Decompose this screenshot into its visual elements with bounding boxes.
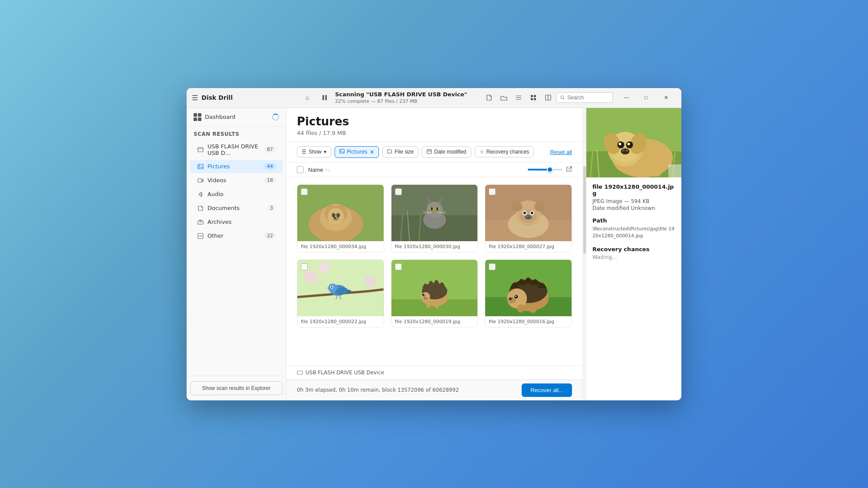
image-card-0[interactable]: file 1920x1280_000034.jpg bbox=[297, 184, 384, 252]
svg-point-23 bbox=[200, 236, 201, 236]
image-card-1[interactable]: file 1920x1280_000030.jpg bbox=[391, 184, 478, 252]
usb-label: USB FLASH DRIVE USB Device bbox=[286, 365, 582, 380]
svg-point-95 bbox=[434, 303, 439, 308]
sidebar-item-other-label: Other bbox=[207, 233, 261, 239]
card-checkbox-5[interactable] bbox=[489, 263, 496, 270]
list-view-button[interactable] bbox=[512, 91, 525, 104]
titlebar: ☰ Disk Drill ⌂ Scanning "USB FLASH DRIVE… bbox=[187, 88, 681, 108]
preview-path: \Reconstructed\Pictures\jpg\file 1920x12… bbox=[592, 226, 675, 240]
sidebar-item-documents[interactable]: Documents 3 bbox=[190, 202, 283, 215]
show-explorer-button[interactable]: Show scan results in Explorer bbox=[190, 381, 283, 395]
content-subtitle: 44 files / 17.9 MB bbox=[297, 130, 572, 136]
card-checkbox-3[interactable] bbox=[301, 263, 308, 270]
svg-rect-7 bbox=[531, 98, 533, 100]
scan-info: Scanning "USB FLASH DRIVE USB Device" 22… bbox=[335, 91, 467, 104]
svg-point-107 bbox=[529, 305, 537, 313]
svg-point-122 bbox=[628, 143, 630, 145]
svg-point-38 bbox=[332, 213, 335, 217]
sidebar-item-documents-label: Documents bbox=[207, 205, 264, 211]
sidebar-item-audio-label: Audio bbox=[207, 191, 276, 197]
sidebar-item-usb[interactable]: USB FLASH DRIVE USB D... 87 bbox=[190, 140, 283, 159]
home-button[interactable]: ⌂ bbox=[300, 91, 314, 105]
status-text: 0h 3m elapsed, 0h 10m remain, block 1357… bbox=[297, 387, 522, 393]
window-controls: — □ ✕ bbox=[616, 91, 676, 105]
sidebar-item-pictures[interactable]: Pictures 44 bbox=[190, 160, 283, 173]
sort-arrows-icon: ↑ ↓ bbox=[325, 167, 331, 172]
maximize-button[interactable]: □ bbox=[636, 91, 656, 105]
grid-view-button[interactable] bbox=[527, 91, 540, 104]
sidebar-item-other[interactable]: Other 22 bbox=[190, 229, 283, 242]
svg-point-77 bbox=[364, 275, 376, 287]
calendar-icon bbox=[427, 149, 432, 155]
card-checkbox-4[interactable] bbox=[395, 263, 402, 270]
sidebar-dashboard[interactable]: Dashboard bbox=[187, 108, 286, 127]
card-image-3 bbox=[297, 260, 384, 316]
card-checkbox-0[interactable] bbox=[301, 188, 308, 195]
close-button[interactable]: ✕ bbox=[656, 91, 676, 105]
preview-date-modified: Date modified Unknown bbox=[592, 205, 675, 211]
folder-view-button[interactable] bbox=[497, 91, 510, 104]
hamburger-icon[interactable]: ☰ bbox=[192, 94, 198, 102]
loading-spinner bbox=[272, 114, 279, 121]
star-icon: ☆ bbox=[480, 149, 484, 155]
card-label-3: file 1920x1280_000022.jpg bbox=[297, 316, 384, 327]
sidebar-item-videos[interactable]: Videos 18 bbox=[190, 174, 283, 187]
svg-rect-0 bbox=[322, 95, 324, 100]
reset-all-button[interactable]: Reset all bbox=[550, 149, 572, 155]
pictures-filter-tag[interactable]: Pictures ✕ bbox=[335, 146, 379, 158]
card-image-5 bbox=[485, 260, 572, 316]
select-all-checkbox[interactable] bbox=[297, 166, 304, 173]
image-card-5[interactable]: file 1920x1280_000016.jpg bbox=[485, 259, 572, 328]
dashboard-icon bbox=[194, 113, 201, 121]
show-button[interactable]: ☰ Show ▾ bbox=[297, 146, 331, 157]
image-card-4[interactable]: file 1920x1280_000019.jpg bbox=[391, 259, 478, 328]
recovery-chances-button[interactable]: ☆ Recovery chances bbox=[475, 146, 534, 157]
svg-point-125 bbox=[626, 149, 628, 152]
svg-point-73 bbox=[529, 215, 531, 217]
dashboard-label: Dashboard bbox=[205, 114, 236, 120]
archives-icon bbox=[197, 219, 204, 226]
pictures-tag-icon bbox=[339, 149, 345, 155]
pause-button[interactable] bbox=[318, 91, 332, 105]
titlebar-left: ☰ Disk Drill bbox=[192, 94, 296, 102]
search-input[interactable] bbox=[567, 95, 609, 101]
svg-point-105 bbox=[515, 295, 516, 297]
preview-size-slider[interactable] bbox=[528, 169, 562, 170]
split-view-button[interactable] bbox=[542, 91, 555, 104]
sidebar-item-audio[interactable]: Audio bbox=[190, 188, 283, 201]
sidebar-item-archives[interactable]: Archives bbox=[190, 216, 283, 229]
sidebar-item-videos-label: Videos bbox=[207, 177, 261, 183]
svg-rect-25 bbox=[340, 149, 344, 153]
svg-point-103 bbox=[510, 298, 511, 299]
image-card-3[interactable]: file 1920x1280_000022.jpg bbox=[297, 259, 384, 328]
main-content: Dashboard Scan results USB FLASH DRIVE U… bbox=[187, 108, 681, 400]
svg-point-75 bbox=[304, 270, 318, 283]
svg-rect-1 bbox=[326, 95, 327, 100]
recover-all-button[interactable]: Recover all... bbox=[522, 383, 572, 397]
slider-thumb[interactable] bbox=[547, 167, 553, 173]
svg-point-90 bbox=[421, 292, 430, 301]
svg-point-22 bbox=[199, 236, 200, 236]
doc-view-button[interactable] bbox=[483, 91, 496, 104]
sidebar-item-archives-label: Archives bbox=[207, 219, 276, 225]
preview-recovery-status: Waiting... bbox=[592, 254, 675, 260]
preview-path-title: Path bbox=[592, 217, 675, 224]
card-checkbox-2[interactable] bbox=[489, 188, 496, 195]
pictures-filter-close[interactable]: ✕ bbox=[370, 149, 375, 155]
search-box[interactable] bbox=[556, 92, 613, 103]
sidebar-documents-badge: 3 bbox=[267, 205, 276, 211]
preview-filename: file 1920x1280_000014.jpg bbox=[592, 183, 675, 197]
card-checkbox-1[interactable] bbox=[395, 188, 402, 195]
slider-fill bbox=[528, 169, 549, 170]
svg-point-16 bbox=[199, 165, 200, 166]
svg-point-124 bbox=[622, 149, 625, 152]
external-link-icon[interactable] bbox=[566, 166, 572, 174]
image-card-2[interactable]: file 1920x1280_000027.jpg bbox=[485, 184, 572, 252]
date-modified-button[interactable]: Date modified bbox=[422, 146, 471, 158]
sort-name-button[interactable]: Name ↑ ↓ bbox=[308, 167, 330, 173]
file-size-button[interactable]: File size bbox=[382, 146, 418, 158]
usb-icon bbox=[197, 146, 204, 153]
svg-point-54 bbox=[437, 207, 438, 210]
minimize-button[interactable]: — bbox=[616, 91, 636, 105]
svg-rect-128 bbox=[669, 164, 682, 177]
